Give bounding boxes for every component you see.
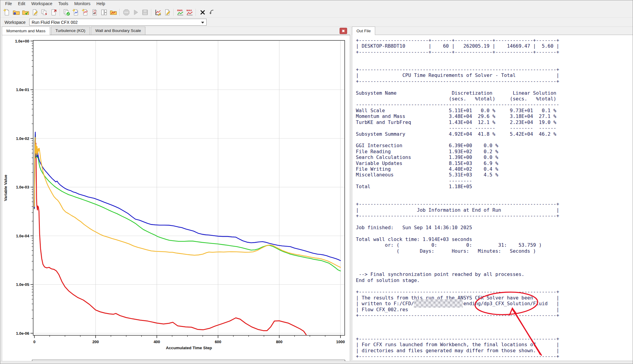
- series-rms-u-mom: [34, 134, 340, 271]
- residual-chart: 1.0e+001.0e-011.0e-021.0e-031.0e-041.0e-…: [2, 35, 350, 363]
- workspace-row: Workspace Run Fluid Flow CFX 002: [0, 18, 633, 27]
- toolbar-chart-edit-icon[interactable]: [154, 8, 162, 17]
- toolbar-open-folder-check-icon[interactable]: [21, 8, 30, 17]
- x-tick-label: 200: [92, 340, 99, 344]
- toolbar-separator: [173, 9, 174, 16]
- toolbar-import-run-icon[interactable]: [49, 8, 58, 17]
- toolbar-start-run-icon: [131, 8, 140, 17]
- toolbar-close-x-icon[interactable]: [198, 8, 207, 17]
- toolbar-split-layout-icon[interactable]: [100, 8, 108, 17]
- y-tick-label: 1.0e-06: [16, 331, 29, 336]
- toolbar-undo-icon[interactable]: [207, 8, 216, 17]
- y-tick-label: 1.0e-01: [16, 87, 29, 92]
- y-axis-title: Variable Value: [3, 175, 8, 201]
- workspace-label: Workspace: [5, 20, 26, 25]
- close-monitor-button[interactable]: ✖: [340, 28, 347, 34]
- chevron-down-icon[interactable]: [201, 22, 204, 24]
- toolbar-stop-run-icon: STOP: [122, 8, 131, 17]
- menu-file[interactable]: File: [2, 1, 15, 7]
- x-tick-label: 400: [154, 340, 160, 344]
- window-bottom-edge: [0, 361, 633, 364]
- y-tick-label: 1.0e+00: [15, 39, 29, 43]
- tab-momentum-and-mass[interactable]: Momentum and Mass: [2, 27, 50, 35]
- cfx-solver-manager-window: File Edit Workspace Tools Monitors Help …: [0, 0, 633, 364]
- toolbar-new-chart-icon[interactable]: [81, 8, 90, 17]
- x-tick-label: 600: [215, 340, 221, 344]
- toolbar-save-results-icon: [141, 8, 149, 17]
- outfile-text: +------------------------+-------+------…: [352, 35, 633, 360]
- menu-edit[interactable]: Edit: [15, 1, 28, 7]
- svg-text:MAX: MAX: [186, 9, 192, 12]
- tab-wall-and-boundary-scale[interactable]: Wall and Boundary Scale: [91, 27, 145, 35]
- x-tick-label: 1000: [336, 340, 345, 344]
- svg-text:RMS: RMS: [177, 9, 182, 12]
- tab-turbulence-ko[interactable]: Turbulence (KO): [51, 27, 90, 35]
- out-file-tab-bar: Out File: [352, 27, 633, 35]
- tab-out-file[interactable]: Out File: [352, 27, 375, 35]
- toolbar-rms-plot-icon[interactable]: RMS: [176, 8, 185, 17]
- menu-tools[interactable]: Tools: [55, 1, 71, 7]
- residual-chart-svg: 1.0e+001.0e-011.0e-021.0e-031.0e-041.0e-…: [2, 35, 350, 362]
- y-tick-label: 1.0e-04: [16, 234, 30, 238]
- monitor-panel: Momentum and Mass Turbulence (KO) Wall a…: [2, 27, 350, 363]
- toolbar: STOPRMSMAX: [0, 7, 633, 18]
- toolbar-folder-chart-icon[interactable]: [109, 8, 118, 17]
- toolbar-new-document-icon[interactable]: [2, 8, 11, 17]
- x-axis-title: Accumulated Time Step: [166, 346, 212, 350]
- workspace-combobox[interactable]: Run Fluid Flow CFX 002: [29, 19, 207, 26]
- toolbar-report-page-icon[interactable]: [90, 8, 99, 17]
- monitor-tab-bar: Momentum and Mass Turbulence (KO) Wall a…: [2, 27, 350, 35]
- toolbar-copy-save-icon[interactable]: [40, 8, 49, 17]
- menu-monitors[interactable]: Monitors: [71, 1, 93, 7]
- menu-help[interactable]: Help: [93, 1, 108, 7]
- toolbar-open-folder-blue-icon[interactable]: [12, 8, 21, 17]
- toolbar-new-monitor-page-icon[interactable]: [71, 8, 80, 17]
- toolbar-edit-pencil-icon[interactable]: [30, 8, 39, 17]
- toolbar-refresh-pages-icon[interactable]: [62, 8, 71, 17]
- menu-bar: File Edit Workspace Tools Monitors Help: [0, 0, 633, 7]
- toolbar-separator: [151, 9, 152, 16]
- y-tick-label: 1.0e-02: [16, 136, 29, 141]
- plot-frame: [33, 40, 345, 335]
- toolbar-separator: [119, 9, 120, 16]
- menu-workspace[interactable]: Workspace: [28, 1, 55, 7]
- toolbar-max-plot-icon[interactable]: MAX: [185, 8, 194, 17]
- toolbar-separator: [196, 9, 196, 16]
- toolbar-separator: [60, 9, 60, 16]
- y-tick-label: 1.0e-05: [16, 282, 29, 287]
- redacted-path-blur: [414, 299, 463, 308]
- series-rms-p-mass: [34, 140, 306, 335]
- x-tick-label: 0: [33, 340, 35, 344]
- workspace-value: Run Fluid Flow CFX 002: [32, 20, 78, 25]
- x-tick-label: 800: [276, 340, 283, 344]
- y-tick-label: 1.0e-03: [16, 185, 29, 189]
- toolbar-page-edit-icon[interactable]: [163, 8, 172, 17]
- svg-text:STOP: STOP: [124, 11, 128, 13]
- out-file-view[interactable]: +------------------------+-------+------…: [352, 35, 633, 360]
- out-file-panel: Out File +------------------------+-----…: [352, 27, 633, 362]
